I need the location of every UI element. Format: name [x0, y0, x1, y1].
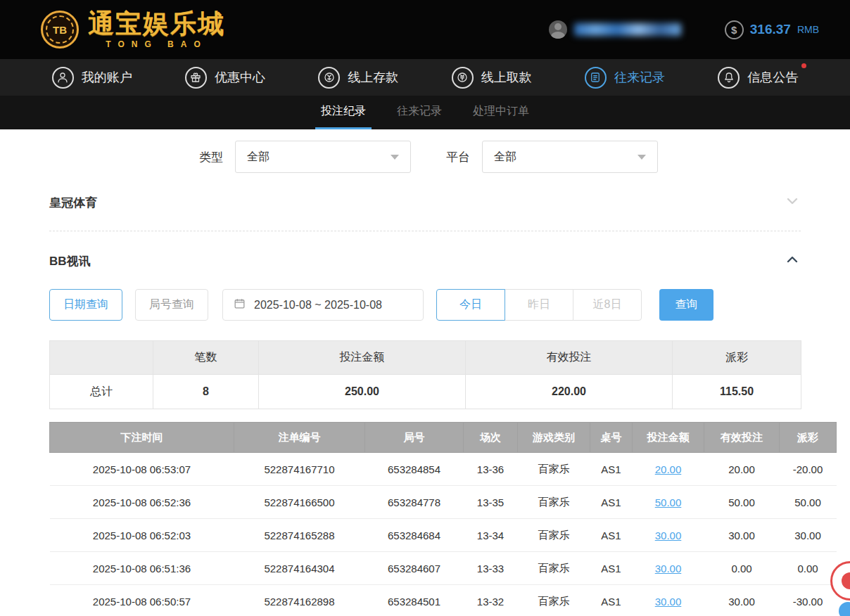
cell-time: 2025-10-08 06:51:36 — [50, 552, 234, 585]
chevron-down-icon[interactable] — [784, 193, 801, 212]
bet-amount-link[interactable]: 30.00 — [655, 563, 682, 575]
summary-header-row: 笔数 投注金额 有效投注 派彩 — [50, 341, 801, 375]
cell-table-no: AS1 — [590, 519, 633, 552]
summary-header-bet: 投注金额 — [259, 341, 466, 375]
last-8-days-button[interactable]: 近8日 — [573, 289, 642, 321]
cell-round-no: 653284778 — [365, 486, 464, 519]
logo-title: 通宝娱乐城 — [88, 11, 225, 37]
nav-item-withdraw[interactable]: 线上取款 — [452, 67, 532, 89]
cell-game-type: 百家乐 — [518, 453, 590, 486]
brand-logo[interactable]: TB 通宝娱乐城 TONG BAO — [41, 11, 225, 49]
platform-filter-label: 平台 — [446, 149, 470, 165]
col-order-no: 注单编号 — [234, 423, 365, 453]
cell-order-no: 522874164304 — [234, 552, 365, 585]
cell-table-no: AS1 — [590, 552, 633, 585]
summary-bet-value: 250.00 — [259, 375, 466, 409]
col-time: 下注时间 — [50, 423, 234, 453]
logo-badge: TB — [53, 24, 67, 36]
type-filter-label: 类型 — [199, 149, 223, 165]
date-range-picker[interactable]: 2025-10-08 ~ 2025-10-08 — [222, 289, 424, 321]
summary-table: 笔数 投注金额 有效投注 派彩 总计 8 250.00 220.00 115.5… — [49, 340, 801, 409]
record-tabs: 投注纪录 往来记录 处理中订单 — [0, 96, 850, 129]
cell-payout: -30.00 — [780, 585, 837, 616]
cell-session: 13-35 — [464, 486, 518, 519]
cell-valid: 0.00 — [704, 552, 780, 585]
cell-table-no: AS1 — [590, 486, 633, 519]
notification-dot — [801, 63, 806, 68]
cell-order-no: 522874165288 — [234, 519, 365, 552]
cell-time: 2025-10-08 06:52:03 — [50, 519, 234, 552]
date-range-value: 2025-10-08 ~ 2025-10-08 — [254, 299, 382, 312]
deposit-icon — [318, 67, 340, 89]
section-title-crown: 皇冠体育 — [49, 195, 97, 211]
section-bb-video[interactable]: BB视讯 — [49, 251, 801, 271]
cell-session: 13-36 — [464, 453, 518, 486]
bet-amount-link[interactable]: 30.00 — [655, 530, 682, 541]
user-account-area[interactable] — [549, 20, 681, 39]
poker-chip-icon: TB — [41, 11, 79, 49]
type-select-value: 全部 — [247, 150, 269, 165]
summary-payout-value: 115.50 — [673, 375, 801, 409]
customer-service-icon — [842, 572, 850, 589]
main-navigation: 我的账户 优惠中心 线上存款 线上取款 往来记录 信息公告 — [0, 59, 850, 96]
type-select[interactable]: 全部 — [235, 141, 411, 173]
chevron-down-icon — [391, 155, 399, 160]
cell-payout: -20.00 — [780, 453, 837, 486]
section-title-bb: BB视讯 — [49, 253, 91, 269]
yesterday-button[interactable]: 昨日 — [505, 289, 573, 321]
cell-time: 2025-10-08 06:52:36 — [50, 486, 234, 519]
bet-amount-link[interactable]: 30.00 — [655, 596, 682, 608]
summary-header-empty — [50, 341, 153, 375]
cell-valid: 50.00 — [704, 486, 780, 519]
summary-count-value: 8 — [153, 375, 259, 409]
tab-pending-orders[interactable]: 处理中订单 — [467, 96, 535, 129]
chevron-up-icon[interactable] — [784, 251, 801, 271]
bet-amount-link[interactable]: 50.00 — [655, 496, 682, 508]
nav-item-transaction-records[interactable]: 往来记录 — [585, 67, 665, 89]
balance-amount: 316.37 — [750, 22, 791, 37]
quick-range-group: 今日 昨日 近8日 — [436, 289, 642, 321]
content-area: 类型 全部 平台 全部 皇冠体育 BB视讯 日期查询 局号查询 — [0, 129, 850, 616]
col-round-no: 局号 — [365, 423, 464, 453]
nav-item-deposit[interactable]: 线上存款 — [318, 67, 398, 89]
bet-amount-link[interactable]: 20.00 — [655, 463, 682, 475]
bet-records-table: 下注时间 注单编号 局号 场次 游戏类别 桌号 投注金额 有效投注 派彩 202… — [49, 422, 837, 616]
date-query-button[interactable]: 日期查询 — [49, 289, 122, 321]
cell-table-no: AS1 — [590, 585, 633, 616]
round-query-button[interactable]: 局号查询 — [135, 289, 208, 321]
dollar-circle-icon: $ — [725, 20, 744, 39]
summary-total-label: 总计 — [50, 375, 153, 409]
summary-header-count: 笔数 — [153, 341, 259, 375]
search-button[interactable]: 查询 — [659, 289, 713, 321]
cell-game-type: 百家乐 — [518, 585, 590, 616]
tab-transaction-records[interactable]: 往来记录 — [391, 96, 448, 129]
records-icon — [585, 67, 607, 89]
table-header-row: 下注时间 注单编号 局号 场次 游戏类别 桌号 投注金额 有效投注 派彩 — [50, 423, 837, 453]
col-table-no: 桌号 — [590, 423, 633, 453]
cell-table-no: AS1 — [590, 453, 633, 486]
nav-item-announcements[interactable]: 信息公告 — [718, 67, 798, 89]
cell-session: 13-34 — [464, 519, 518, 552]
cell-order-no: 522874162898 — [234, 585, 365, 616]
user-icon — [52, 67, 74, 89]
tab-bet-records[interactable]: 投注纪录 — [315, 96, 372, 129]
table-row: 2025-10-08 06:52:03 522874165288 6532846… — [50, 519, 837, 552]
query-bar: 日期查询 局号查询 2025-10-08 ~ 2025-10-08 今日 昨日 … — [49, 289, 801, 321]
section-crown-sports[interactable]: 皇冠体育 — [49, 193, 801, 212]
platform-select[interactable]: 全部 — [482, 141, 658, 173]
cell-session: 13-32 — [464, 585, 518, 616]
balance-display[interactable]: $ 316.37 RMB — [725, 20, 819, 39]
logo-subtitle: TONG BAO — [88, 40, 225, 49]
today-button[interactable]: 今日 — [436, 289, 505, 321]
chevron-down-icon — [638, 155, 646, 160]
cell-game-type: 百家乐 — [518, 486, 590, 519]
bell-icon — [718, 67, 740, 89]
divider — [49, 231, 801, 231]
nav-item-my-account[interactable]: 我的账户 — [52, 67, 132, 89]
table-row: 2025-10-08 06:53:07 522874167710 6532848… — [50, 453, 837, 486]
filter-row: 类型 全部 平台 全部 — [49, 141, 801, 173]
nav-item-promotions[interactable]: 优惠中心 — [185, 67, 265, 89]
cell-order-no: 522874166500 — [234, 486, 365, 519]
avatar — [549, 20, 567, 39]
cell-time: 2025-10-08 06:50:57 — [50, 585, 234, 616]
